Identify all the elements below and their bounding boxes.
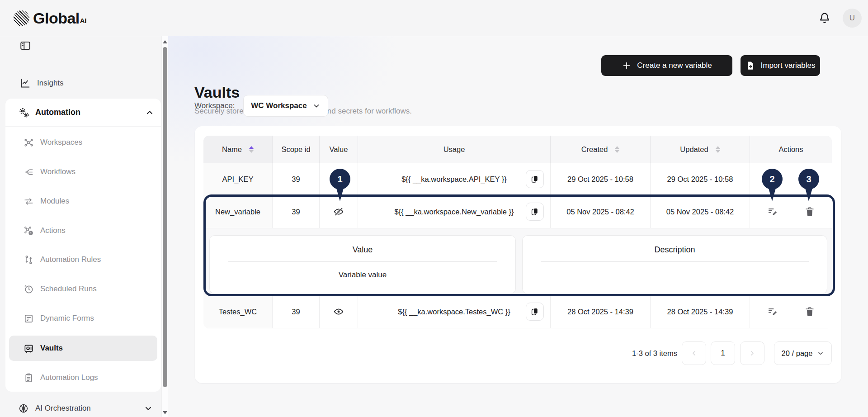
workspace-label: Workspace: bbox=[194, 101, 235, 111]
table-row[interactable]: API_KEY 39 ${{ __ka.workspace.API_KEY }}… bbox=[203, 163, 832, 195]
chevron-right-icon bbox=[748, 349, 757, 358]
edit-icon[interactable] bbox=[767, 306, 778, 317]
chevron-down-icon bbox=[817, 350, 824, 357]
table-row[interactable]: Testes_WC 39 ${{ __ka.workspace.Testes_W… bbox=[203, 295, 832, 328]
sidebar-item-label: Modules bbox=[40, 197, 69, 206]
vaults-table: Name Scope id Value Usage Created Update… bbox=[203, 136, 832, 328]
eye-off-icon[interactable] bbox=[333, 206, 344, 218]
scrollbar-thumb[interactable] bbox=[163, 47, 167, 387]
scrollbar-up-arrow[interactable] bbox=[163, 40, 167, 43]
column-header-label: Actions bbox=[778, 145, 803, 154]
expanded-value-title: Value bbox=[210, 236, 515, 255]
sidebar-item-label: Automation Logs bbox=[40, 373, 98, 382]
workspaces-network-icon bbox=[24, 137, 34, 148]
table-header: Name Scope id Value Usage Created Update… bbox=[203, 136, 832, 163]
cell-updated: 28 Oct 2025 - 14:39 bbox=[651, 295, 750, 328]
expanded-description-title: Description bbox=[523, 236, 827, 255]
pagination-summary: 1-3 of 3 items bbox=[632, 349, 677, 358]
sidebar-item-ai-orchestration[interactable]: AI Orchestration bbox=[0, 398, 161, 417]
cell-value bbox=[320, 295, 358, 328]
sidebar-item-label: Actions bbox=[40, 226, 66, 235]
cell-usage: ${{ __ka.workspace.New_variable }} bbox=[358, 195, 551, 228]
cell-actions bbox=[750, 163, 832, 195]
import-variables-button[interactable]: Import variables bbox=[741, 55, 820, 76]
column-header-created[interactable]: Created bbox=[551, 136, 651, 163]
copy-button[interactable] bbox=[526, 303, 544, 321]
sidebar-item-label: Vaults bbox=[40, 344, 63, 353]
scheduled-runs-clock-icon bbox=[24, 284, 34, 294]
brand-logo-icon bbox=[14, 10, 29, 26]
cell-updated: 29 Oct 2025 - 10:58 bbox=[651, 163, 750, 195]
trash-icon[interactable] bbox=[804, 206, 816, 218]
expanded-row-detail: Value Variable value Description bbox=[203, 228, 832, 295]
column-header-scope-id: Scope id bbox=[273, 136, 320, 163]
copy-button[interactable] bbox=[526, 203, 544, 221]
usage-text: ${{ __ka.workspace.API_KEY }} bbox=[401, 175, 507, 184]
main-content: Vaults Securely store environment variab… bbox=[168, 36, 868, 417]
chevron-down-icon bbox=[143, 403, 153, 413]
sidebar-item-automation-logs[interactable]: Automation Logs bbox=[5, 368, 161, 388]
sidebar-item-label: Workflows bbox=[40, 167, 75, 176]
sidebar-item-vaults[interactable]: Vaults bbox=[5, 338, 161, 358]
column-header-updated[interactable]: Updated bbox=[651, 136, 750, 163]
create-variable-button[interactable]: Create a new variable bbox=[601, 55, 732, 76]
cell-usage: ${{ __ka.workspace.API_KEY }} bbox=[358, 163, 551, 195]
sort-caret-icon bbox=[615, 146, 619, 153]
workspace-select[interactable]: WC Workspace bbox=[243, 95, 328, 117]
column-header-value: Value bbox=[320, 136, 358, 163]
pagination-next-button[interactable] bbox=[740, 341, 764, 365]
page-size-value: 20 / page bbox=[782, 349, 813, 358]
create-variable-label: Create a new variable bbox=[637, 61, 712, 70]
sidebar-item-scheduled-runs[interactable]: Scheduled Runs bbox=[5, 279, 161, 299]
sidebar-item-dynamic-forms[interactable]: Dynamic Forms bbox=[5, 308, 161, 328]
page-size-select[interactable]: 20 / page bbox=[774, 341, 832, 365]
cell-actions bbox=[750, 195, 832, 228]
expanded-value-content: Variable value bbox=[210, 270, 515, 280]
sidebar-item-workflows[interactable]: Workflows bbox=[5, 162, 161, 182]
avatar[interactable]: U bbox=[843, 9, 862, 28]
cell-value bbox=[320, 163, 358, 195]
plus-icon bbox=[622, 61, 632, 71]
scrollbar-down-arrow[interactable] bbox=[163, 411, 167, 414]
notifications-bell-icon[interactable] bbox=[817, 11, 832, 25]
sidebar-item-label: Automation bbox=[35, 108, 80, 117]
cell-created: 29 Oct 2025 - 10:58 bbox=[551, 163, 651, 195]
trash-icon[interactable] bbox=[804, 306, 816, 317]
cell-created: 05 Nov 2025 - 08:42 bbox=[551, 195, 651, 228]
cell-name: API_KEY bbox=[203, 163, 273, 195]
column-header-name[interactable]: Name bbox=[203, 136, 273, 163]
copy-button[interactable] bbox=[526, 170, 544, 188]
modules-swap-icon bbox=[24, 196, 34, 207]
avatar-initial: U bbox=[849, 14, 855, 23]
sidebar-item-modules[interactable]: Modules bbox=[5, 191, 161, 211]
sidebar-item-automation[interactable]: Automation bbox=[5, 99, 161, 127]
trash-icon[interactable] bbox=[804, 173, 816, 185]
sidebar-item-workspaces[interactable]: Workspaces bbox=[5, 133, 161, 152]
chevron-up-icon bbox=[145, 108, 155, 118]
sidebar-toggle-icon[interactable] bbox=[19, 40, 31, 52]
cell-usage: ${{ __ka.workspace.Testes_WC }} bbox=[358, 295, 551, 328]
cell-value bbox=[320, 195, 358, 228]
sidebar-item-label: Workspaces bbox=[40, 138, 82, 147]
sidebar-item-actions[interactable]: Actions bbox=[5, 221, 161, 241]
sidebar-item-insights[interactable]: Insights bbox=[0, 73, 161, 93]
column-header-label: Scope id bbox=[281, 145, 310, 154]
eye-icon[interactable] bbox=[333, 306, 344, 317]
page-title: Vaults bbox=[194, 81, 240, 103]
table-row[interactable]: New_variable 39 ${{ __ka.workspace.New_v… bbox=[203, 195, 832, 228]
chevron-down-icon bbox=[312, 102, 321, 110]
insights-chart-icon bbox=[20, 78, 31, 89]
edit-icon[interactable] bbox=[767, 173, 778, 185]
sort-caret-icon bbox=[716, 146, 720, 153]
brand-logo: GlobalAI bbox=[14, 9, 86, 30]
automation-rules-compare-icon bbox=[24, 255, 34, 265]
eye-icon[interactable] bbox=[333, 173, 344, 185]
sidebar-item-automation-rules[interactable]: Automation Rules bbox=[5, 250, 161, 270]
edit-icon[interactable] bbox=[767, 206, 778, 218]
brand-sup: AI bbox=[80, 17, 86, 24]
actions-bolt-icon bbox=[24, 226, 34, 236]
pagination-page-1[interactable]: 1 bbox=[711, 341, 735, 365]
column-header-usage: Usage bbox=[358, 136, 551, 163]
pagination-prev-button[interactable] bbox=[682, 341, 706, 365]
column-header-actions: Actions bbox=[750, 136, 832, 163]
